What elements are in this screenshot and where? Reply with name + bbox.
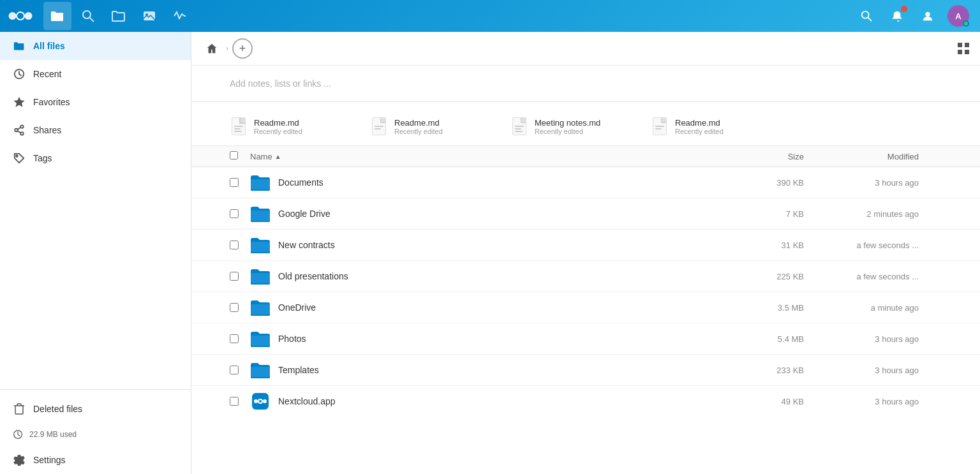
svg-rect-20 <box>965 43 969 47</box>
row-modified: 3 hours ago <box>804 366 919 375</box>
notifications-button[interactable] <box>883 2 911 30</box>
nav-folder-icon[interactable] <box>105 2 133 30</box>
file-list-header: Name ▲ Size Modified <box>191 146 980 167</box>
notes-bar: Add notes, lists or links ... <box>191 66 980 102</box>
row-size: 49 KB <box>740 397 804 406</box>
select-all-checkbox[interactable] <box>230 151 250 161</box>
svg-point-12 <box>20 125 24 128</box>
row-checkbox[interactable] <box>230 397 250 406</box>
svg-point-7 <box>862 11 869 19</box>
folder-icon <box>13 40 26 52</box>
col-name-header[interactable]: Name ▲ <box>250 152 740 161</box>
row-name: Old presentations <box>250 266 740 286</box>
col-modified-header[interactable]: Modified <box>804 152 919 161</box>
sidebar-item-recent[interactable]: Recent <box>0 60 191 88</box>
folder-icon <box>250 266 271 286</box>
sidebar-item-shares[interactable]: Shares <box>0 116 191 144</box>
sidebar-item-tags[interactable]: Tags <box>0 144 191 172</box>
row-size: 5.4 MB <box>740 334 804 344</box>
svg-rect-19 <box>958 43 962 47</box>
app-logo[interactable] <box>8 8 33 24</box>
recent-card-name: Meeting notes.md <box>535 118 600 128</box>
recent-card-1[interactable]: Readme.md Recently edited <box>370 112 510 140</box>
notification-badge <box>901 6 907 12</box>
row-size: 390 KB <box>740 178 804 188</box>
sidebar-item-label: Deleted files <box>33 404 82 414</box>
storage-info: 22.9 MB used <box>0 423 191 446</box>
row-checkbox[interactable] <box>230 272 250 281</box>
sidebar-item-label: Tags <box>33 153 52 163</box>
row-size: 225 KB <box>740 272 804 281</box>
add-button[interactable]: + <box>232 38 253 59</box>
svg-point-2 <box>25 12 33 20</box>
row-checkbox[interactable] <box>230 241 250 249</box>
recent-card-2[interactable]: Meeting notes.md Recently edited <box>510 112 651 140</box>
recent-cards: Readme.md Recently edited Readme.md <box>191 102 980 146</box>
recent-card-sub: Recently edited <box>535 128 600 135</box>
table-row[interactable]: Nextcloud.app 49 KB 3 hours ago ··· <box>191 386 980 417</box>
nav-files-icon[interactable] <box>43 2 71 30</box>
notes-placeholder[interactable]: Add notes, lists or links ... <box>230 73 942 94</box>
row-name: OneDrive <box>250 297 740 318</box>
col-size-header[interactable]: Size <box>740 152 804 161</box>
folder-icon <box>250 204 271 224</box>
recent-card-info: Readme.md Recently edited <box>394 118 443 135</box>
recent-card-3[interactable]: Readme.md Recently edited <box>651 112 791 140</box>
table-row[interactable]: OneDrive 3.5 MB a minute ago ··· <box>191 292 980 323</box>
table-row[interactable]: Templates 233 KB 3 hours ago ··· <box>191 355 980 386</box>
sidebar-item-favorites[interactable]: Favorites <box>0 88 191 116</box>
main-layout: All files Recent Favorites Shares Tags <box>0 32 980 474</box>
row-checkbox[interactable] <box>230 303 250 312</box>
table-row[interactable]: Photos 5.4 MB 3 hours ago ··· <box>191 323 980 355</box>
sidebar-item-deleted-files[interactable]: Deleted files <box>0 395 191 423</box>
recent-card-info: Readme.md Recently edited <box>675 118 724 135</box>
svg-point-9 <box>925 12 930 17</box>
search-button[interactable] <box>852 2 880 30</box>
share-icon <box>13 124 26 137</box>
sidebar-item-label: Settings <box>33 455 66 465</box>
row-modified: 3 hours ago <box>804 178 919 188</box>
view-toggle-button[interactable] <box>957 42 970 55</box>
sidebar-item-settings[interactable]: Settings <box>0 446 191 474</box>
nav-photos-icon[interactable] <box>135 2 163 30</box>
table-row[interactable]: Old presentations 225 KB a few seconds .… <box>191 261 980 292</box>
row-checkbox[interactable] <box>230 178 250 187</box>
contacts-button[interactable] <box>914 2 942 30</box>
recent-card-info: Readme.md Recently edited <box>254 118 302 135</box>
file-icon <box>510 115 528 138</box>
breadcrumb-separator: › <box>226 44 228 53</box>
row-checkbox[interactable] <box>230 209 250 218</box>
table-row[interactable]: Documents 390 KB 3 hours ago ··· <box>191 167 980 198</box>
app-file-icon <box>250 391 271 411</box>
svg-point-14 <box>20 132 24 135</box>
row-name: Documents <box>250 172 740 193</box>
home-button[interactable] <box>202 38 222 59</box>
storage-label: 22.9 MB used <box>29 430 77 439</box>
row-checkbox[interactable] <box>230 334 250 343</box>
row-size: 233 KB <box>740 366 804 375</box>
recent-card-name: Readme.md <box>254 118 302 128</box>
folder-icon <box>250 329 271 349</box>
select-all-input[interactable] <box>230 151 238 159</box>
gear-icon <box>13 454 26 466</box>
breadcrumb-bar: › + <box>191 32 980 66</box>
user-avatar[interactable]: A <box>944 2 972 30</box>
row-size: 3.5 MB <box>740 303 804 313</box>
row-checkbox[interactable] <box>230 366 250 374</box>
row-modified: a few seconds ... <box>804 241 919 250</box>
navbar-right: A <box>852 2 972 30</box>
file-icon <box>651 115 669 138</box>
recent-card-name: Readme.md <box>394 118 443 128</box>
sidebar-item-all-files[interactable]: All files <box>0 32 191 60</box>
sidebar: All files Recent Favorites Shares Tags <box>0 32 191 474</box>
row-name: Nextcloud.app <box>250 391 740 411</box>
folder-icon <box>250 297 271 318</box>
nav-search-icon[interactable] <box>74 2 102 30</box>
table-row[interactable]: New contracts 31 KB a few seconds ... ··… <box>191 230 980 261</box>
svg-point-0 <box>9 12 17 20</box>
sidebar-item-label: Recent <box>33 69 61 79</box>
svg-rect-22 <box>965 50 969 54</box>
recent-card-0[interactable]: Readme.md Recently edited <box>230 112 370 140</box>
table-row[interactable]: Google Drive 7 KB 2 minutes ago ··· <box>191 198 980 230</box>
nav-activity-icon[interactable] <box>166 2 194 30</box>
